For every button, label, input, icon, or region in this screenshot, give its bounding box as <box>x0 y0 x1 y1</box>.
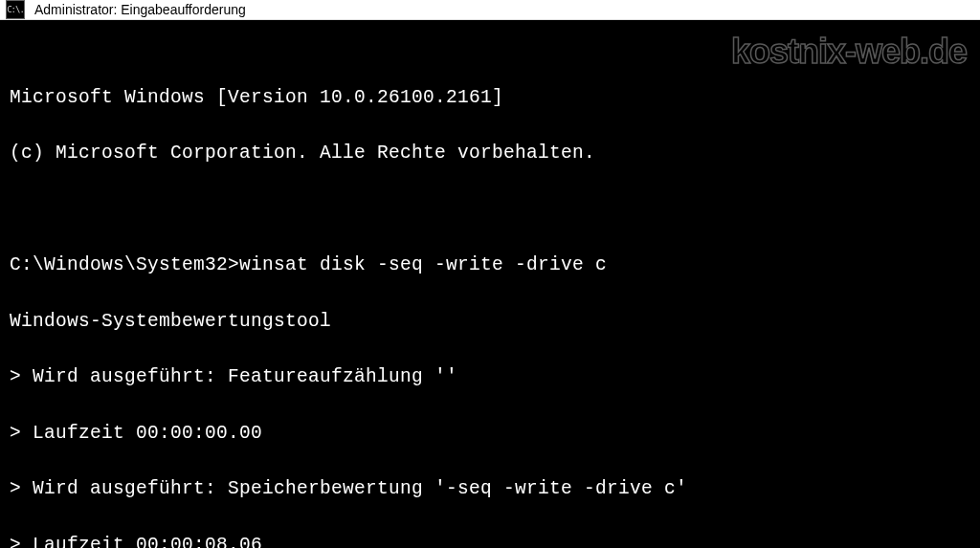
title-bar[interactable]: C:\. Administrator: Eingabeaufforderung <box>0 0 980 20</box>
command-text: winsat disk -seq -write -drive c <box>239 254 607 275</box>
cmd-window: C:\. Administrator: Eingabeaufforderung … <box>0 0 980 548</box>
output-line: > Wird ausgeführt: Speicherbewertung '-s… <box>10 475 970 503</box>
prompt-path: C:\Windows\System32> <box>10 254 239 275</box>
copyright-line: (c) Microsoft Corporation. Alle Rechte v… <box>10 140 970 167</box>
output-line: > Laufzeit 00:00:00.00 <box>10 420 970 448</box>
window-title: Administrator: Eingabeaufforderung <box>34 2 246 17</box>
os-version-line: Microsoft Windows [Version 10.0.26100.21… <box>10 84 970 112</box>
terminal-area[interactable]: kostnix-web.de Microsoft Windows [Versio… <box>0 20 980 548</box>
tool-name-line: Windows-Systembewertungstool <box>10 308 970 336</box>
output-line: > Wird ausgeführt: Featureaufzählung '' <box>10 363 970 391</box>
command-line: C:\Windows\System32>winsat disk -seq -wr… <box>10 252 970 279</box>
cmd-icon: C:\. <box>6 0 25 19</box>
blank-line <box>10 196 970 224</box>
watermark-text: kostnix-web.de <box>731 26 967 77</box>
output-line: > Laufzeit 00:00:08.06 <box>10 532 970 549</box>
